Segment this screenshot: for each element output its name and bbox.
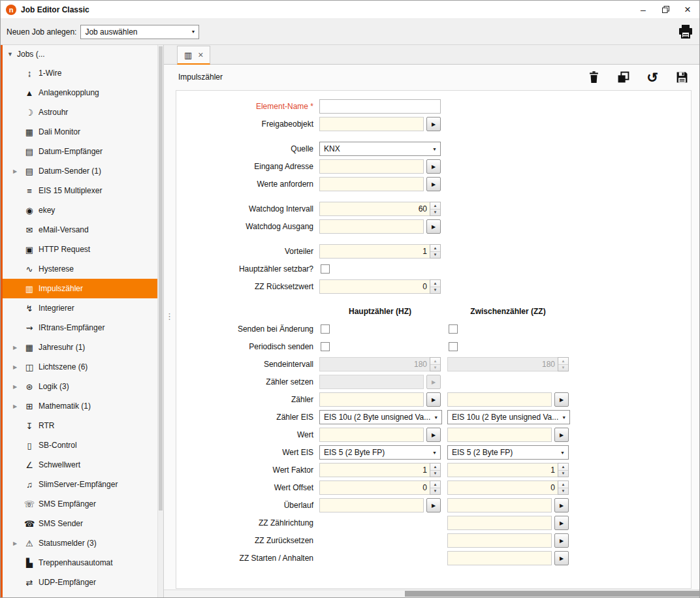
sidebar-item-rtr[interactable]: ↧ RTR <box>3 416 163 435</box>
delete-button[interactable] <box>586 70 601 84</box>
horizontal-scrollbar-thumb[interactable] <box>405 591 699 597</box>
sidebar-item-dali-monitor[interactable]: ▦ Dali Monitor <box>3 122 163 142</box>
collapse-icon[interactable]: ▼ <box>7 51 17 57</box>
tab-impulszaehler[interactable]: ▥ × <box>177 46 210 65</box>
zaehler-hz-input[interactable] <box>319 392 424 407</box>
wert-zz-input[interactable] <box>447 428 552 442</box>
watchdog-ausgang-input[interactable] <box>319 219 424 234</box>
sidebar-item-schwellwert[interactable]: ∠ Schwellwert <box>3 455 163 475</box>
job-select[interactable]: Job auswählen ▼ <box>80 25 199 39</box>
zaehler-hz-select-button[interactable]: ▶ <box>426 392 441 407</box>
sidebar-item-jahresuhr-1[interactable]: ▶ ▦ Jahresuhr (1) <box>3 338 163 357</box>
wert-faktor-hz-input[interactable] <box>319 463 430 477</box>
sidebar-item-datum-empfaenger[interactable]: ▤ Datum-Empfänger <box>3 142 163 161</box>
sidebar-item-integrierer[interactable]: ↯ Integrierer <box>3 298 163 318</box>
sidebar-item-lichtszene-6[interactable]: ▶ ◫ Lichtszene (6) <box>3 357 163 377</box>
expander-icon[interactable]: ▶ <box>13 403 24 409</box>
watchdog-intervall-input[interactable] <box>319 202 430 216</box>
sidebar-item-statusmelder-3[interactable]: ▶ ⚠ Statusmelder (3) <box>3 533 163 553</box>
watchdog-intervall-spinner[interactable]: ▲▼ <box>430 202 441 216</box>
quelle-select[interactable]: KNX▼ <box>319 142 441 156</box>
wert-faktor-hz-spinner[interactable]: ▲▼ <box>430 463 441 477</box>
reload-button[interactable]: ↺ <box>645 70 660 84</box>
sidebar-item-partial[interactable]: ▪ <box>3 592 163 597</box>
zz-ruecksetzwert-input[interactable] <box>319 279 430 294</box>
senden-bei-aenderung-zz-checkbox[interactable] <box>449 324 458 334</box>
sidebar-item-sms-sender[interactable]: ☎ SMS Sender <box>3 514 163 533</box>
sidebar-item-slimserver-empfaenger[interactable]: ♫ SlimServer-Empfänger <box>3 475 163 494</box>
eingang-adresse-input[interactable] <box>319 159 424 174</box>
close-button[interactable]: × <box>681 3 694 16</box>
wert-eis-hz-select[interactable]: EIS 5 (2 Byte FP)▼ <box>319 445 441 460</box>
wert-offset-hz-spinner[interactable]: ▲▼ <box>430 480 441 495</box>
watchdog-ausgang-select-button[interactable]: ▶ <box>426 219 441 234</box>
zz-zuruecksetzen-select-button[interactable]: ▶ <box>554 533 569 548</box>
sidebar-item-irtrans-empfaenger[interactable]: ⇝ IRtrans-Empfänger <box>3 318 163 338</box>
splitter-handle[interactable]: ⋮ <box>165 311 174 321</box>
werte-anfordern-input[interactable] <box>319 177 424 191</box>
sidebar-item-astrouhr[interactable]: ☽ Astrouhr <box>3 102 163 122</box>
sidebar-item-anlagenkopplung[interactable]: ▲ Anlagenkopplung <box>3 83 163 102</box>
periodisch-senden-hz-checkbox[interactable] <box>321 342 330 351</box>
sidebar-item-http-request[interactable]: ▣ HTTP Request <box>3 240 163 259</box>
wert-offset-hz-input[interactable] <box>319 480 430 495</box>
sidebar-item-1-wire[interactable]: ↨ 1-Wire <box>3 63 163 83</box>
copy-button[interactable] <box>616 70 630 84</box>
zz-zaehlrichtung-select-button[interactable]: ▶ <box>554 516 569 530</box>
sidebar-item-datum-sender-1[interactable]: ▶ ▤ Datum-Sender (1) <box>3 161 163 181</box>
ueberlauf-zz-input[interactable] <box>447 498 552 512</box>
expander-icon[interactable]: ▶ <box>13 364 24 370</box>
wert-offset-zz-spinner[interactable]: ▲▼ <box>558 480 569 495</box>
zz-starten-anhalten-input[interactable] <box>447 551 552 565</box>
zaehler-eis-zz-select[interactable]: EIS 10u (2 Byte unsigned Va...▼ <box>447 410 570 424</box>
wert-hz-input[interactable] <box>319 428 424 442</box>
expander-icon[interactable]: ▶ <box>13 168 24 174</box>
vorteiler-spinner[interactable]: ▲▼ <box>430 244 441 259</box>
wert-faktor-zz-input[interactable] <box>447 463 558 477</box>
periodisch-senden-zz-checkbox[interactable] <box>449 342 458 351</box>
save-button[interactable] <box>675 70 689 84</box>
sidebar-item-udp-empfaenger[interactable]: ⇄ UDP-Empfänger <box>3 573 163 592</box>
zz-zuruecksetzen-input[interactable] <box>447 533 552 548</box>
sidebar-item-mathematik-1[interactable]: ▶ ⊞ Mathematik (1) <box>3 396 163 416</box>
expander-icon[interactable]: ▶ <box>13 384 24 390</box>
wert-hz-select-button[interactable]: ▶ <box>426 428 441 442</box>
zaehler-zz-select-button[interactable]: ▶ <box>554 392 569 407</box>
element-name-input[interactable] <box>319 99 441 114</box>
sidebar-item-sb-control[interactable]: ▯ SB-Control <box>3 435 163 455</box>
werte-anfordern-select-button[interactable]: ▶ <box>426 177 441 191</box>
sidebar-item-email-versand[interactable]: ✉ eMail-Versand <box>3 220 163 240</box>
zz-zaehlrichtung-input[interactable] <box>447 516 552 530</box>
zz-starten-anhalten-select-button[interactable]: ▶ <box>554 551 569 565</box>
expander-icon[interactable]: ▶ <box>13 345 24 351</box>
sidebar-item-treppenhausautomat[interactable]: ▙ Treppenhausautomat <box>3 553 163 573</box>
sidebar-item-sms-empfaenger[interactable]: ☏ SMS Empfänger <box>3 494 163 514</box>
sidebar-item-eis-15-multiplexer[interactable]: ≡ EIS 15 Multiplexer <box>3 181 163 200</box>
jobs-root-node[interactable]: ▼ Jobs (... <box>3 45 163 63</box>
zaehler-zz-input[interactable] <box>447 392 552 407</box>
ueberlauf-zz-select-button[interactable]: ▶ <box>554 498 569 512</box>
sidebar-item-ekey[interactable]: ◉ ekey <box>3 200 163 220</box>
minimize-button[interactable]: – <box>637 3 650 16</box>
freigabeobjekt-select-button[interactable]: ▶ <box>426 117 441 131</box>
zz-ruecksetzwert-spinner[interactable]: ▲▼ <box>430 279 441 294</box>
wert-zz-select-button[interactable]: ▶ <box>554 428 569 442</box>
maximize-button[interactable] <box>659 3 672 16</box>
sidebar-item-logik-3[interactable]: ▶ ⊛ Logik (3) <box>3 377 163 396</box>
wert-offset-zz-input[interactable] <box>447 480 558 495</box>
eingang-adresse-select-button[interactable]: ▶ <box>426 159 441 174</box>
ueberlauf-hz-select-button[interactable]: ▶ <box>426 498 441 512</box>
sidebar-item-impulszaehler[interactable]: ▥ Impulszähler <box>3 279 163 298</box>
freigabeobjekt-input[interactable] <box>319 117 424 131</box>
ueberlauf-hz-input[interactable] <box>319 498 424 512</box>
hauptzaehler-setzbar-checkbox[interactable] <box>321 264 330 274</box>
senden-bei-aenderung-hz-checkbox[interactable] <box>321 324 330 334</box>
wert-faktor-zz-spinner[interactable]: ▲▼ <box>558 463 569 477</box>
expander-icon[interactable]: ▶ <box>13 541 24 546</box>
tab-close-icon[interactable]: × <box>198 50 203 59</box>
zaehler-eis-hz-select[interactable]: EIS 10u (2 Byte unsigned Va...▼ <box>319 410 442 424</box>
sidebar-scrollbar-thumb[interactable] <box>159 46 163 511</box>
print-button[interactable] <box>678 25 693 39</box>
vorteiler-input[interactable] <box>319 244 430 259</box>
wert-eis-zz-select[interactable]: EIS 5 (2 Byte FP)▼ <box>447 445 569 460</box>
